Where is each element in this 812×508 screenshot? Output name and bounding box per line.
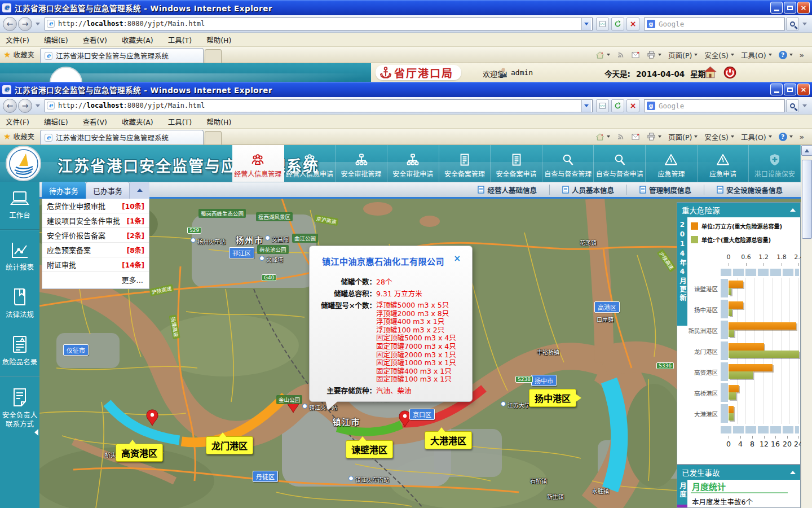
- menu-view[interactable]: 查看(V): [83, 34, 107, 45]
- help-button[interactable]: ?: [775, 130, 796, 143]
- print-button[interactable]: [643, 49, 665, 61]
- sidebar-item-workbench[interactable]: 工作台: [0, 182, 39, 227]
- portal-home-button[interactable]: [704, 66, 717, 81]
- menu-favorites[interactable]: 收藏夹(A): [122, 34, 153, 45]
- search-options-icon[interactable]: [802, 104, 807, 107]
- safety-menu-button[interactable]: 安全(S): [701, 49, 738, 61]
- todo-item[interactable]: 应急预案备案[8条]: [42, 243, 149, 257]
- nav-port-facility-security[interactable]: 港口设施保安: [749, 145, 801, 182]
- tools-menu-button[interactable]: 工具(O): [738, 49, 775, 61]
- search-button[interactable]: [786, 17, 799, 30]
- sidebar-collapse-icon[interactable]: [34, 429, 38, 436]
- compatibility-button[interactable]: [596, 99, 609, 112]
- safety-menu-button[interactable]: 安全(S): [701, 130, 738, 143]
- page-tab[interactable]: e江苏省港口安全监管与应急管理系统: [40, 48, 204, 63]
- todo-item[interactable]: 安全评价报告备案[2条]: [42, 228, 149, 243]
- maximize-button[interactable]: [784, 84, 796, 95]
- more-commands-chevron[interactable]: »: [796, 130, 807, 143]
- menu-tools[interactable]: 工具(T): [168, 34, 192, 45]
- forward-button[interactable]: →: [18, 99, 32, 113]
- history-dropdown-icon[interactable]: [36, 104, 40, 107]
- back-button[interactable]: ←: [3, 99, 17, 113]
- page-tab[interactable]: e江苏省港口安全监管与应急管理系统: [40, 130, 204, 144]
- home-button[interactable]: [592, 49, 614, 61]
- search-box[interactable]: g Google: [644, 99, 785, 112]
- minimize-button[interactable]: [770, 84, 783, 95]
- zone-label-jianbi[interactable]: 谏壁港区: [346, 440, 393, 458]
- menu-tools[interactable]: 工具(T): [168, 116, 192, 127]
- todo-item[interactable]: 危货作业申报审批[10条]: [42, 199, 149, 213]
- print-button[interactable]: [643, 130, 665, 143]
- back-button[interactable]: ←: [3, 17, 17, 31]
- new-tab-stub[interactable]: [205, 49, 222, 63]
- favorites-button[interactable]: ★收藏夹: [3, 49, 34, 60]
- zone-label-gaozi[interactable]: 高资港区: [116, 444, 163, 462]
- popup-close-button[interactable]: ×: [453, 253, 461, 264]
- stop-button[interactable]: ×: [626, 17, 639, 30]
- refresh-button[interactable]: [611, 99, 624, 112]
- more-commands-chevron[interactable]: »: [796, 49, 807, 61]
- todo-item[interactable]: 建设项目安全条件审批[1条]: [42, 213, 149, 228]
- search-options-icon[interactable]: [802, 23, 807, 25]
- close-button[interactable]: ×: [797, 2, 810, 14]
- menu-help[interactable]: 帮助(H): [206, 34, 231, 45]
- nav-operator-info-apply[interactable]: 经营人信息申请: [284, 145, 336, 182]
- todo-more-link[interactable]: 更多...: [42, 272, 149, 288]
- sidebar-item-hazmat-catalog[interactable]: 危险品名录: [0, 326, 39, 374]
- zone-label-longmen[interactable]: 龙门港区: [206, 436, 253, 454]
- sidebar-item-laws[interactable]: 法律法规: [0, 279, 39, 326]
- page-menu-button[interactable]: 页面(P): [665, 130, 701, 143]
- search-button[interactable]: [786, 99, 799, 112]
- menu-help[interactable]: 帮助(H): [206, 116, 231, 127]
- page-menu-button[interactable]: 页面(P): [665, 49, 701, 61]
- zone-label-dagang[interactable]: 大港港区: [425, 431, 472, 449]
- nav-safety-record-apply[interactable]: 安全备案申请: [491, 145, 542, 182]
- favorites-button[interactable]: ★收藏夹: [3, 131, 34, 142]
- stop-button[interactable]: ×: [626, 99, 639, 112]
- menu-file[interactable]: 文件(F): [6, 34, 29, 45]
- panel-collapse-icon[interactable]: [790, 208, 796, 212]
- help-button[interactable]: ?: [775, 49, 796, 61]
- mail-button[interactable]: [628, 49, 643, 61]
- subnav-personnel-basic-info[interactable]: 人员基本信息: [549, 185, 626, 195]
- feed-button[interactable]: [614, 49, 628, 61]
- minimize-button[interactable]: [770, 2, 783, 14]
- subnav-mgmt-system-info[interactable]: 管理制度信息: [626, 185, 704, 195]
- todo-item[interactable]: 附证审批[14条]: [42, 257, 149, 272]
- nav-emergency-apply[interactable]: 应急申请: [698, 145, 749, 182]
- new-tab-stub[interactable]: [205, 131, 222, 144]
- menu-edit[interactable]: 编辑(E): [44, 116, 68, 127]
- panel-collapse-icon[interactable]: [790, 471, 796, 474]
- menu-view[interactable]: 查看(V): [83, 116, 107, 127]
- menu-favorites[interactable]: 收藏夹(A): [122, 116, 153, 127]
- nav-operator-info-mgmt[interactable]: 经营人信息管理: [232, 145, 284, 182]
- nav-safety-record-mgmt[interactable]: 安全备案管理: [439, 145, 491, 182]
- scrollbar-thumb[interactable]: [802, 160, 812, 239]
- zone-label-yangzhong[interactable]: 扬中港区: [529, 389, 576, 407]
- compatibility-button[interactable]: [596, 17, 609, 30]
- search-box[interactable]: g Google: [644, 17, 785, 30]
- close-button[interactable]: ×: [797, 84, 810, 95]
- mail-button[interactable]: [628, 130, 643, 143]
- vertical-scrollbar[interactable]: [801, 145, 812, 508]
- nav-inspection-apply[interactable]: 自查与督查申请: [594, 145, 646, 182]
- subnav-operator-basic-info[interactable]: 经营人基础信息: [465, 185, 549, 195]
- nav-safety-approval-apply[interactable]: 安全审批申请: [387, 145, 439, 182]
- title-bar[interactable]: e 江苏省港口安全监管与应急管理系统 - Windows Internet Ex…: [0, 82, 812, 97]
- tab-pending-tasks[interactable]: 待办事务: [42, 182, 86, 199]
- url-dropdown-button[interactable]: [581, 18, 591, 30]
- menu-file[interactable]: 文件(F): [6, 116, 29, 127]
- refresh-button[interactable]: [611, 17, 624, 30]
- tools-menu-button[interactable]: 工具(O): [738, 130, 775, 143]
- nav-safety-approval-mgmt[interactable]: 安全审批管理: [336, 145, 387, 182]
- maximize-button[interactable]: [784, 2, 796, 14]
- title-bar[interactable]: e 江苏省港口安全监管与应急管理系统 - Windows Internet Ex…: [0, 0, 812, 15]
- logout-power-button[interactable]: [723, 66, 736, 81]
- url-field[interactable]: e http://localhost:8080/yjpt/Main.html: [45, 99, 593, 112]
- nav-inspection-mgmt[interactable]: 自查与督查管理: [542, 145, 594, 182]
- sidebar-item-statistics[interactable]: 统计报表: [0, 233, 39, 279]
- url-field[interactable]: e http://localhost:8080/yjpt/Main.html: [45, 17, 593, 30]
- sidebar-item-safety-contacts[interactable]: 安全负责人联系方式: [0, 379, 39, 436]
- nav-emergency-mgmt[interactable]: 应急管理: [646, 145, 698, 182]
- url-dropdown-button[interactable]: [581, 100, 591, 112]
